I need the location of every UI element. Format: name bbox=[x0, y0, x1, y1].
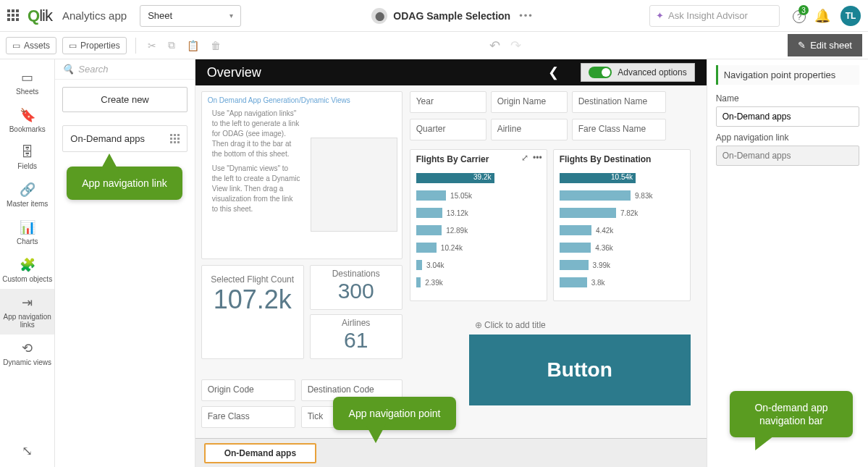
drag-handle-icon[interactable] bbox=[170, 134, 180, 143]
edit-sheet-label: Edit sheet bbox=[810, 40, 852, 51]
nav-app-navigation-links[interactable]: ⇥App navigation links bbox=[0, 289, 54, 335]
help-badge: 3 bbox=[799, 5, 809, 15]
properties-label: Properties bbox=[80, 41, 120, 51]
kpi-destinations-value: 300 bbox=[311, 279, 402, 303]
properties-header: Navigation point properties bbox=[716, 65, 859, 85]
more-icon[interactable]: ••• bbox=[519, 10, 534, 21]
edit-sheet-button[interactable]: ✎ Edit sheet bbox=[788, 34, 862, 56]
image-placeholder bbox=[311, 138, 397, 232]
help-text-2: Use "Dynamic views" to the left to creat… bbox=[206, 164, 306, 219]
prop-link-label: App navigation link bbox=[716, 132, 859, 143]
sheet-dropdown[interactable]: Sheet ▾ bbox=[140, 5, 241, 27]
button-object[interactable]: Button bbox=[469, 335, 691, 405]
dynamic-icon: ⟲ bbox=[1, 340, 53, 356]
navlink-icon: ⇥ bbox=[1, 295, 53, 311]
asset-item-label: On-Demand apps bbox=[70, 133, 145, 144]
prop-name-input[interactable] bbox=[716, 106, 859, 127]
logo-q: Q bbox=[28, 7, 39, 25]
qlik-logo: Qlik bbox=[28, 7, 52, 25]
more-icon[interactable]: ••• bbox=[533, 153, 542, 163]
advanced-options-label: Advanced options bbox=[618, 67, 686, 77]
fullscreen-icon[interactable]: ⤢ bbox=[521, 153, 528, 163]
nav-fields[interactable]: 🗄Fields bbox=[0, 139, 54, 176]
asset-panel: 🔍 Search Create new On-Demand apps bbox=[55, 59, 195, 467]
nav-master-items[interactable]: 🔗Master items bbox=[0, 176, 54, 214]
chart-title-destination: Flights By Destination bbox=[554, 150, 690, 166]
prop-name-label: Name bbox=[716, 93, 859, 104]
kpi-destinations-label: Destinations bbox=[311, 266, 402, 279]
chart-icon: 📊 bbox=[1, 219, 53, 235]
sheets-icon: ▭ bbox=[1, 70, 53, 85]
copy-icon[interactable]: ⧉ bbox=[165, 38, 178, 53]
add-title-placeholder[interactable]: Click to add title bbox=[469, 316, 691, 335]
current-sheet-name[interactable]: ODAG Sample Selection bbox=[393, 10, 510, 22]
sparkle-icon: ✦ bbox=[656, 10, 664, 21]
filter-year[interactable]: Year bbox=[410, 92, 486, 108]
nav-custom-objects[interactable]: 🧩Custom objects bbox=[0, 251, 54, 289]
filter-destination-name[interactable]: Destination Name bbox=[573, 92, 665, 108]
paste-icon[interactable]: 📋 bbox=[184, 38, 202, 53]
filter-quarter[interactable]: Quarter bbox=[410, 119, 486, 135]
filter-fare-class[interactable]: Fare Class bbox=[202, 407, 295, 423]
help-icon[interactable]: ?3 bbox=[793, 8, 806, 23]
filter-airline[interactable]: Airline bbox=[492, 119, 567, 135]
bell-icon[interactable]: 🔔 bbox=[814, 8, 830, 24]
chart-destination-body[interactable]: 10.54k9.83k7.82k4.42k4.36k3.99k3.8k bbox=[554, 166, 690, 296]
filter-destination-code[interactable]: Destination Code bbox=[302, 380, 402, 396]
overview-header: Overview ❮ Advanced options bbox=[195, 59, 707, 85]
nav-collapse[interactable]: ⤡ bbox=[0, 437, 54, 467]
chart-carrier-body[interactable]: 39.2k15.05k13.12k12.89k10.24k3.04k2.39k bbox=[410, 166, 547, 296]
collapse-icon: ⤡ bbox=[1, 443, 53, 459]
breadcrumb: On Demand App Generation/Dynamic Views bbox=[202, 92, 402, 109]
filter-fare-class-name[interactable]: Fare Class Name bbox=[573, 119, 665, 135]
filter-origin-name[interactable]: Origin Name bbox=[492, 92, 567, 108]
assets-label: Assets bbox=[24, 41, 50, 51]
app-launcher-icon[interactable] bbox=[7, 9, 20, 22]
globe-icon: ⬤ bbox=[371, 8, 387, 24]
filter-origin-code[interactable]: Origin Code bbox=[202, 380, 295, 396]
sheet-dropdown-label: Sheet bbox=[148, 10, 172, 21]
nav-sheets[interactable]: ▭Sheets bbox=[0, 64, 54, 101]
insight-placeholder: Ask Insight Advisor bbox=[668, 10, 748, 21]
assets-toggle[interactable]: ▭ Assets bbox=[6, 37, 56, 54]
delete-icon[interactable]: 🗑 bbox=[208, 38, 224, 53]
properties-toggle[interactable]: ▭ Properties bbox=[62, 37, 127, 54]
logo-rest: lik bbox=[39, 7, 52, 25]
app-name: Analytics app bbox=[62, 9, 127, 22]
chevron-down-icon: ▾ bbox=[229, 12, 233, 20]
search-placeholder: Search bbox=[78, 64, 108, 75]
nav-charts[interactable]: 📊Charts bbox=[0, 214, 54, 251]
callout-app-nav-link: App navigation link bbox=[67, 167, 182, 200]
create-new-button[interactable]: Create new bbox=[62, 87, 187, 112]
back-icon[interactable]: ❮ bbox=[548, 64, 559, 80]
kpi-airlines-value: 61 bbox=[311, 328, 402, 353]
database-icon: 🗄 bbox=[1, 145, 53, 160]
on-demand-nav-bar[interactable]: On-Demand apps bbox=[195, 438, 707, 467]
nav-bookmarks[interactable]: 🔖Bookmarks bbox=[0, 101, 54, 139]
kpi-airlines-label: Airlines bbox=[311, 315, 402, 328]
kpi-flightcount-value: 107.2k bbox=[202, 285, 303, 315]
overview-title: Overview bbox=[207, 65, 261, 80]
puzzle-icon: 🧩 bbox=[1, 257, 53, 273]
prop-link-value: On-Demand apps bbox=[716, 146, 859, 166]
kpi-flightcount-label: Selected Flight Count bbox=[202, 266, 303, 285]
bookmark-icon: 🔖 bbox=[1, 107, 53, 123]
cut-icon[interactable]: ✂ bbox=[145, 38, 159, 53]
left-nav: ▭Sheets 🔖Bookmarks 🗄Fields 🔗Master items… bbox=[0, 59, 55, 467]
avatar[interactable]: TL bbox=[840, 6, 861, 26]
nav-point-on-demand-apps[interactable]: On-Demand apps bbox=[204, 443, 316, 463]
nav-dynamic-views[interactable]: ⟲Dynamic views bbox=[0, 335, 54, 372]
asset-item-on-demand-apps[interactable]: On-Demand apps bbox=[62, 125, 187, 152]
help-text-1: Use "App navigation links" to the left t… bbox=[206, 109, 306, 164]
toggle-on-icon bbox=[589, 67, 612, 78]
callout-app-nav-point: App navigation point bbox=[333, 397, 456, 430]
asset-search[interactable]: 🔍 Search bbox=[55, 59, 194, 80]
callout-on-demand-nav-bar: On-demand app navigation bar bbox=[730, 391, 853, 437]
advanced-options-toggle[interactable]: Advanced options bbox=[581, 63, 694, 82]
redo-icon[interactable]: ↷ bbox=[510, 38, 521, 54]
insight-advisor-input[interactable]: ✦ Ask Insight Advisor bbox=[649, 5, 780, 27]
undo-icon[interactable]: ↶ bbox=[489, 38, 500, 54]
link-icon: 🔗 bbox=[1, 182, 53, 198]
